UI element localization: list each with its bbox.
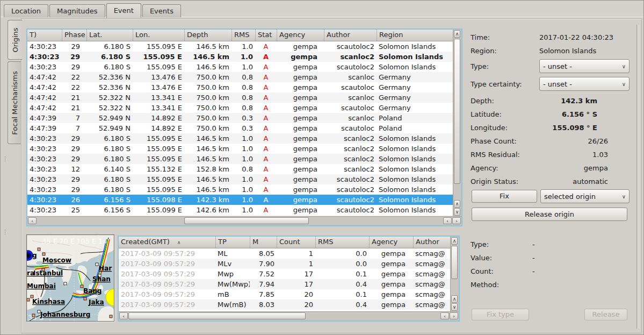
table-row[interactable]: 2017-03-09 09:57:29mB7.85200.1gempascmag… (119, 289, 459, 300)
origin-select-combobox[interactable]: selected origin ∨ (540, 189, 629, 203)
panel-edge-groove (636, 25, 639, 329)
table-row[interactable]: 2017-03-09 09:57:29Mwp7.52170.1gempascma… (119, 269, 459, 279)
column-header-rms[interactable]: RMS (315, 237, 369, 248)
scroll-right-icon[interactable]: › (452, 217, 461, 224)
column-header-lon[interactable]: Lon. (133, 30, 184, 41)
column-header-author[interactable]: Author (324, 30, 377, 41)
origins-horizontal-scrollbar[interactable]: ‹ ‹ › (27, 216, 461, 225)
magnitudes-table-body: 2017-03-09 09:57:29ML8.0510.0gempascmag@… (119, 248, 459, 312)
tab-location[interactable]: Location (4, 4, 48, 17)
table-row[interactable]: 4:47:422152.322 N13.341 E750.0 km0.8Agem… (27, 92, 461, 103)
table-row[interactable]: 4:47:39752.949 N14.892 E750.0 km0.3Agemp… (27, 123, 461, 133)
station-marker (64, 282, 67, 285)
column-header-phase[interactable]: Phase (62, 30, 86, 41)
table-cell-region: Solomon Islands (377, 205, 453, 215)
table-row[interactable]: 2017-03-09 09:57:29MLv7.9010.0gempascmag… (119, 259, 459, 269)
table-row[interactable]: 4:47:422252.336 N13.476 E750.0 km0.8Agem… (27, 82, 461, 92)
tab-magnitudes[interactable]: Magnitudes (49, 4, 105, 17)
release-origin-button[interactable]: Release origin (472, 208, 627, 221)
table-row[interactable]: 4:30:23296.180 S155.095 E146.5 km1.0Agem… (27, 144, 461, 154)
table-row[interactable]: 4:30:23296.180 S155.095 E146.5 km1.0Agem… (27, 174, 461, 184)
origins-vscroll-thumb[interactable] (454, 39, 460, 184)
origins-table: T)PhaseLat.Lon.DepthRMSStatAgencyAuthorR… (26, 28, 462, 226)
side-tab-origins[interactable]: Origins (8, 20, 22, 60)
table-row[interactable]: 4:30:23266.156 S155.098 E142.3 km1.0Agem… (27, 195, 461, 205)
table-row[interactable]: 4:30:23296.180 S155.095 E146.5 km1.0Agem… (27, 52, 461, 62)
magnitudes-horizontal-scrollbar[interactable]: ‹ ‹ › (119, 311, 459, 320)
table-cell-phase: 29 (62, 144, 86, 154)
scroll-left-icon[interactable]: ‹ (443, 217, 452, 224)
scroll-left-icon[interactable]: ‹ (28, 217, 37, 224)
column-header-tp[interactable]: TP (215, 237, 250, 248)
column-header-created[interactable]: Created(GMT)∧ (119, 237, 215, 248)
side-tab-focal-mechanisms[interactable]: Focal Mechanisms (8, 61, 21, 144)
table-row[interactable]: 4:30:23296.180 S155.095 E146.5 km1.0Agem… (27, 184, 461, 195)
table-cell-stat: A (255, 92, 277, 103)
column-header-author[interactable]: Author (413, 237, 451, 248)
scroll-up-icon[interactable]: ∧ (451, 237, 458, 245)
table-cell-region: Solomon Islands (377, 52, 453, 62)
table-row[interactable]: 4:30:23296.180 S155.095 E146.5 km1.0Agem… (27, 154, 461, 164)
column-header-time[interactable]: T) (27, 30, 62, 41)
origin-map-thumbnail[interactable]: 35 E70 E105 E1435 S gMoscowraIstanbulHar… (26, 234, 114, 322)
table-row[interactable]: 4:47:39752.949 N14.892 E750.0 km0.3Agemp… (27, 113, 461, 123)
column-header-count[interactable]: Count (277, 237, 315, 248)
table-cell-rms: 1.0 (231, 174, 255, 184)
magnitudes-vscroll-thumb[interactable] (451, 246, 458, 279)
table-cell-lon: 13.341 E (133, 103, 184, 113)
scroll-up-icon[interactable]: ∧ (451, 295, 458, 303)
tab-event[interactable]: Event (106, 3, 141, 18)
table-cell-lat: 6.180 S (86, 144, 133, 154)
scroll-up-icon[interactable]: ∧ (454, 30, 460, 38)
origin-info-label-type-certainty: Type certainty: (471, 80, 539, 88)
scroll-down-icon[interactable]: ∨ (451, 303, 458, 311)
table-cell-tp: Mw(Mwp) (215, 279, 250, 289)
table-cell-time: 4:30:23 (27, 52, 62, 62)
table-cell-region: Solomon Islands (377, 41, 453, 52)
table-cell-lat: 52.336 N (86, 72, 133, 82)
table-row[interactable]: 4:30:23296.180 S155.095 E146.5 km1.0Agem… (27, 133, 461, 144)
combobox-type-certainty[interactable]: - unset -∨ (539, 77, 629, 91)
map-grid-label: 70 E (59, 237, 75, 245)
scroll-right-icon[interactable]: › (450, 312, 458, 319)
table-cell-stat: A (255, 62, 277, 72)
combobox-type[interactable]: - unset -∨ (539, 59, 629, 73)
table-row[interactable]: 2017-03-09 09:57:29Mw(Mwp)7.94170.4gempa… (119, 279, 459, 289)
column-header-agency[interactable]: Agency (277, 30, 324, 41)
table-row[interactable]: 4:47:422252.336 N13.476 E750.0 km0.8Agem… (27, 72, 461, 82)
origins-vertical-scrollbar[interactable]: ∧ ∧ ∨ (453, 30, 461, 216)
fix-type-button[interactable]: Fix type (472, 309, 529, 320)
table-row[interactable]: 4:30:23126.140 S155.132 E152.8 km0.8Agem… (27, 164, 461, 174)
splitter-handle-vertical[interactable]: ⋮ (2, 155, 9, 162)
scroll-down-icon[interactable]: ∨ (454, 208, 460, 216)
magnitudes-vertical-scrollbar[interactable]: ∧ ∧ ∨ (450, 237, 459, 311)
column-header-rms[interactable]: RMS (231, 30, 255, 41)
table-row[interactable]: 4:30:23256.156 S155.099 E142.6 km1.0Agem… (27, 205, 461, 215)
magnitudes-hscroll-thumb[interactable] (128, 312, 306, 319)
scroll-left-icon[interactable]: ‹ (440, 312, 449, 319)
table-cell-time: 4:47:42 (27, 103, 62, 113)
scroll-left-icon[interactable]: ‹ (119, 312, 128, 319)
table-cell-agency: gempa (277, 195, 324, 205)
table-cell-rms: 0.3 (231, 123, 255, 133)
column-header-agency[interactable]: Agency (369, 237, 413, 248)
release-magnitude-button[interactable]: Release (584, 309, 627, 320)
column-header-stat[interactable]: Stat (255, 30, 277, 41)
column-header-region[interactable]: Region (377, 30, 453, 41)
magnitude-info-value-value: - (532, 254, 632, 262)
table-row[interactable]: 4:47:422152.322 N13.341 E750.0 km0.8Agem… (27, 103, 461, 113)
table-row[interactable]: 2017-03-09 09:57:29ML8.0510.0gempascmag@ (119, 248, 459, 259)
tab-events[interactable]: Events (142, 4, 181, 17)
origins-hscroll-thumb[interactable] (184, 217, 309, 224)
column-header-depth[interactable]: Depth (184, 30, 231, 41)
column-header-lat[interactable]: Lat. (86, 30, 133, 41)
column-header-m[interactable]: M (250, 237, 277, 248)
table-row[interactable]: 4:30:23296.180 S155.095 E146.5 km1.0Agem… (27, 62, 461, 72)
splitter-handle-horizontal[interactable]: ⋮ (2, 229, 9, 236)
table-row[interactable]: 4:30:23296.180 S155.095 E146.5 km1.0Agem… (27, 41, 461, 52)
table-cell-count: 20 (277, 300, 315, 310)
fix-button[interactable]: Fix (472, 190, 537, 203)
scroll-up-icon[interactable]: ∧ (454, 200, 460, 208)
table-cell-stat: A (255, 82, 277, 92)
table-row[interactable]: 2017-03-09 09:57:29Mw(mB)8.03200.4gempas… (119, 300, 459, 310)
